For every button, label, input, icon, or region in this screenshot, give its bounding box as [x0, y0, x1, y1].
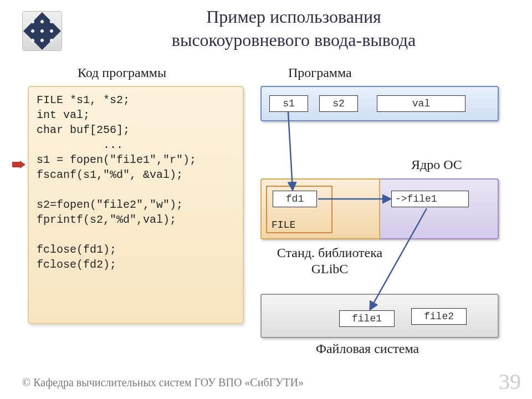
label-glibc: Станд. библиотека GLibC [260, 245, 399, 277]
file2: file2 [411, 308, 467, 325]
var-s2: s2 [319, 95, 358, 112]
svg-line-1 [288, 112, 293, 190]
slide-title: Пример использования высокоуровневого вв… [72, 6, 515, 52]
logo-graphic [23, 12, 61, 50]
ptr-file1: ->file1 [391, 191, 469, 207]
label-glibc-line1: Станд. библиотека [277, 245, 382, 260]
label-FILE: FILE [272, 219, 295, 231]
var-val: val [377, 95, 466, 112]
heading-code: Код программы [78, 65, 166, 80]
file1: file1 [339, 310, 395, 327]
label-kernel: Ядро ОС [411, 157, 462, 172]
code-block: FILE *s1, *s2; int val; char buf[256]; .… [28, 86, 244, 324]
svg-marker-0 [12, 161, 25, 168]
page-number: 39 [499, 369, 521, 395]
slide-footer: © Кафедра вычислительных систем ГОУ ВПО … [22, 376, 304, 389]
title-line1: Пример использования [206, 7, 381, 27]
slide-logo [22, 11, 62, 51]
var-fd1: fd1 [273, 191, 317, 207]
title-line2: высокоуровневого ввода-вывода [172, 30, 416, 50]
current-line-arrow-icon [12, 161, 25, 168]
label-glibc-line2: GLibC [311, 262, 349, 276]
var-s1: s1 [269, 95, 308, 112]
label-filesystem: Файловая система [316, 341, 419, 356]
panel-kernel [380, 178, 499, 239]
heading-program: Программа [288, 65, 352, 80]
